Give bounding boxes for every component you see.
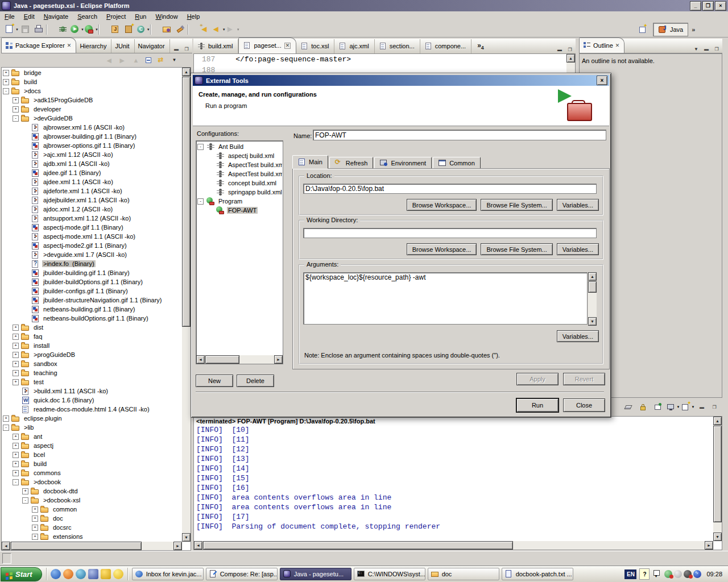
tree-expander[interactable]: +	[3, 415, 9, 422]
scroll-right-arrow[interactable]: ►	[274, 355, 283, 364]
tree-expander[interactable]: +	[13, 379, 19, 385]
editor-tab[interactable]: toc.xsl ✕	[296, 39, 334, 53]
toolbar-button[interactable]: ▼	[122, 23, 136, 36]
maximize-view-icon[interactable]: ❐	[182, 45, 191, 53]
scroll-up-arrow[interactable]: ▲	[713, 417, 722, 425]
dialog-close-button[interactable]: ×	[597, 76, 607, 85]
quick-launch-icon[interactable]	[113, 569, 123, 579]
tree-expander[interactable]: +	[22, 488, 28, 494]
tree-item[interactable]: + ant	[3, 432, 181, 441]
tree-item[interactable]: jbuilder-structureNavigation.gif 1.1 (Bi…	[3, 296, 181, 305]
view-toolbar-button[interactable]	[104, 55, 115, 66]
maximize-view-icon[interactable]: ❐	[565, 45, 574, 53]
tray-icon[interactable]	[693, 570, 701, 578]
tree-item[interactable]: ajdoc.xml 1.2 (ASCII -ko)	[3, 205, 181, 214]
tree-expander[interactable]: +	[13, 370, 19, 376]
tree-expander[interactable]: +	[32, 506, 38, 513]
console-toolbar-button[interactable]: ▼	[681, 401, 694, 413]
configuration-item[interactable]: FOP-AWT	[197, 206, 282, 215]
scroll-up-arrow[interactable]: ▲	[588, 272, 597, 281]
tree-item[interactable]: quick.doc 1.6 (Binary)	[3, 396, 181, 405]
close-tab-icon[interactable]: ✕	[284, 43, 291, 49]
tree-item[interactable]: aspectj-mode.xml 1.1 (ASCII -ko)	[3, 232, 181, 241]
tree-item[interactable]: ajbrowser-options.gif 1.1 (Binary)	[3, 141, 181, 150]
minimize-button[interactable]: _	[690, 1, 701, 11]
package-explorer-hscrollbar[interactable]: ◄ ►	[2, 542, 182, 550]
tree-item[interactable]: + common	[3, 505, 181, 514]
tree-expander[interactable]: +	[13, 461, 19, 467]
menu-item[interactable]: Project	[102, 12, 130, 21]
tree-item[interactable]: >index.fo (Binary)	[3, 259, 181, 268]
minimize-view-icon[interactable]: ▬	[555, 45, 564, 53]
scrollbar-thumb[interactable]	[588, 281, 597, 293]
console-body[interactable]: <terminated> FOP-AWT [Program] D:\Java\f…	[193, 416, 722, 550]
tree-item[interactable]: netbeans-buildOptions.gif 1.1 (Binary)	[3, 314, 181, 323]
view-toolbar-button[interactable]	[130, 55, 142, 66]
tree-item[interactable]: + test	[3, 377, 181, 386]
toolbar-button[interactable]: ▼	[84, 23, 98, 36]
browse-button[interactable]: Browse File System...	[481, 243, 552, 255]
tree-item[interactable]: + teaching	[3, 368, 181, 377]
tree-item[interactable]: ajdb.xml 1.1 (ASCII -ko)	[3, 159, 181, 168]
tree-expander[interactable]: +	[13, 361, 19, 367]
configuration-item[interactable]: AspectTest build.xml	[197, 169, 282, 178]
dialog-tab[interactable]: Refresh	[329, 157, 374, 169]
toolbar-button[interactable]: ▼	[109, 23, 122, 36]
tree-item[interactable]: >ajc.xml 1.12 (ASCII -ko)	[3, 150, 181, 159]
tab-outline[interactable]: Outline ✕	[579, 38, 624, 53]
java-perspective-button[interactable]: Java	[653, 23, 688, 36]
tree-item[interactable]: aspectj-mode.gif 1.1 (Binary)	[3, 223, 181, 232]
toolbar-button[interactable]: ▼	[174, 23, 188, 36]
menu-item[interactable]: Run	[130, 12, 151, 21]
arguments-variables-button[interactable]: Variables...	[557, 330, 599, 342]
tree-expander[interactable]: +	[13, 434, 19, 440]
tree-item[interactable]: >build.xml 1.11 (ASCII -ko)	[3, 386, 181, 396]
toolbar-button[interactable]: ▼	[212, 23, 226, 36]
scroll-up-arrow[interactable]: ▲	[182, 68, 191, 76]
tree-item[interactable]: + faq	[3, 332, 181, 341]
menu-item[interactable]: Search	[73, 12, 102, 21]
scroll-down-arrow[interactable]: ▼	[588, 317, 597, 326]
browse-button[interactable]: Browse Workspace...	[407, 243, 477, 255]
tree-item[interactable]: - >devGuideDB	[3, 114, 181, 123]
view-tab[interactable]: Navigator	[135, 39, 170, 53]
tree-item[interactable]: jbuilder-configs.gif 1.1 (Binary)	[3, 286, 181, 296]
scroll-up-arrow[interactable]: ▲	[566, 54, 575, 63]
tree-item[interactable]: >devguide.xml 1.7 (ASCII -ko)	[3, 250, 181, 259]
tree-expander[interactable]: +	[32, 525, 38, 531]
tree-item[interactable]: + >progGuideDB	[3, 350, 181, 359]
help-tray-icon[interactable]: ?	[639, 568, 650, 580]
quick-launch-icon[interactable]	[76, 569, 86, 579]
taskbar-window-button[interactable]: C:\WINDOWS\syst...	[354, 568, 425, 580]
quick-launch-icon[interactable]	[63, 569, 73, 579]
scroll-left-arrow[interactable]: ◄	[194, 541, 202, 550]
location-input[interactable]	[303, 184, 597, 194]
configuration-item[interactable]: concept build.xml	[197, 178, 282, 188]
toolbar-button[interactable]: ▼	[198, 23, 212, 36]
toolbar-button[interactable]: ▼	[70, 23, 84, 36]
editor-tab[interactable]: pageset... ✕	[238, 38, 296, 53]
tree-item[interactable]: jbuilder-building.gif 1.1 (Binary)	[3, 268, 181, 277]
tray-icon[interactable]	[674, 570, 682, 578]
tree-expander[interactable]: +	[13, 352, 19, 358]
tree-item[interactable]: - >docbook	[3, 477, 181, 487]
scrollbar-thumb[interactable]	[11, 542, 142, 550]
toolbar-button[interactable]: ▼	[188, 23, 198, 36]
dropdown-arrow-icon[interactable]: ▼	[692, 405, 695, 409]
configurations-hscrollbar[interactable]: ◄ ►	[196, 355, 283, 364]
quick-launch-icon[interactable]	[101, 569, 111, 579]
minimize-view-icon[interactable]: ▬	[697, 403, 706, 411]
tree-item[interactable]: netbeans-building.gif 1.1 (Binary)	[3, 305, 181, 314]
view-menu-icon[interactable]: ▼	[692, 45, 701, 53]
scrollbar-thumb[interactable]	[203, 541, 513, 550]
tree-expander[interactable]: -	[22, 497, 28, 504]
taskbar-window-button[interactable]: Java - pagesetu...	[280, 568, 351, 580]
maximize-view-icon[interactable]: ❐	[710, 403, 719, 411]
browse-button[interactable]: Browse Workspace...	[407, 199, 477, 211]
tree-item[interactable]: + docsrc	[3, 523, 181, 532]
browse-button[interactable]: Variables...	[557, 243, 599, 255]
close-button[interactable]: ×	[715, 1, 726, 11]
scroll-down-arrow[interactable]: ▼	[182, 533, 191, 542]
tree-item[interactable]: jbuilder-buildOptions.gif 1.1 (Binary)	[3, 277, 181, 286]
scroll-right-arrow[interactable]: ►	[705, 541, 713, 550]
